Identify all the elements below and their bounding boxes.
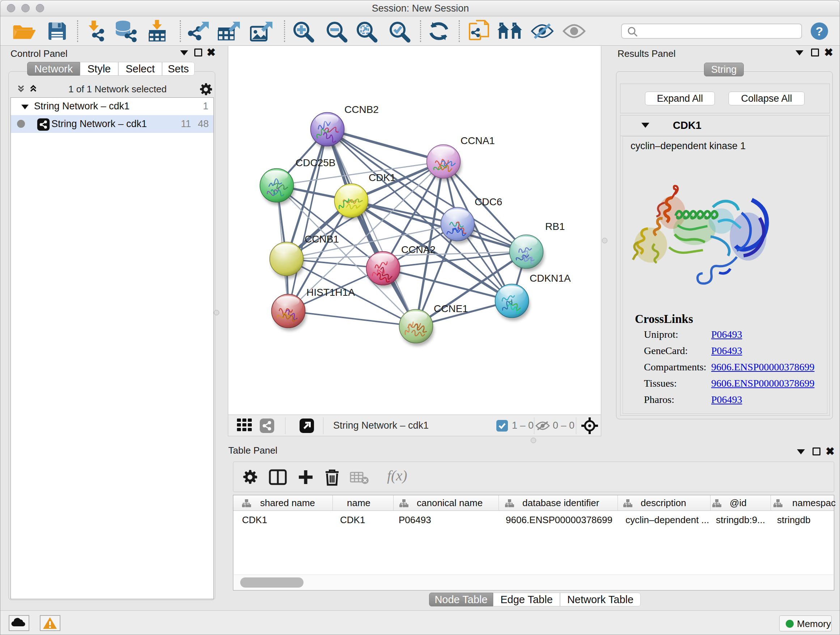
svg-text:CCNA1: CCNA1 [461, 135, 495, 146]
svg-text:CCNB2: CCNB2 [344, 104, 379, 115]
svg-text:CCNB1: CCNB1 [305, 233, 339, 245]
svg-text:RB1: RB1 [545, 221, 565, 232]
svg-text:CDKN1A: CDKN1A [530, 272, 571, 284]
svg-text:HIST1H1A: HIST1H1A [306, 287, 355, 298]
svg-text:CCNE1: CCNE1 [434, 303, 468, 314]
svg-text:CDK1: CDK1 [369, 172, 396, 183]
svg-text:CDC6: CDC6 [475, 196, 502, 207]
svg-text:CCNA2: CCNA2 [401, 244, 436, 255]
svg-text:CDC25B: CDC25B [295, 157, 335, 168]
